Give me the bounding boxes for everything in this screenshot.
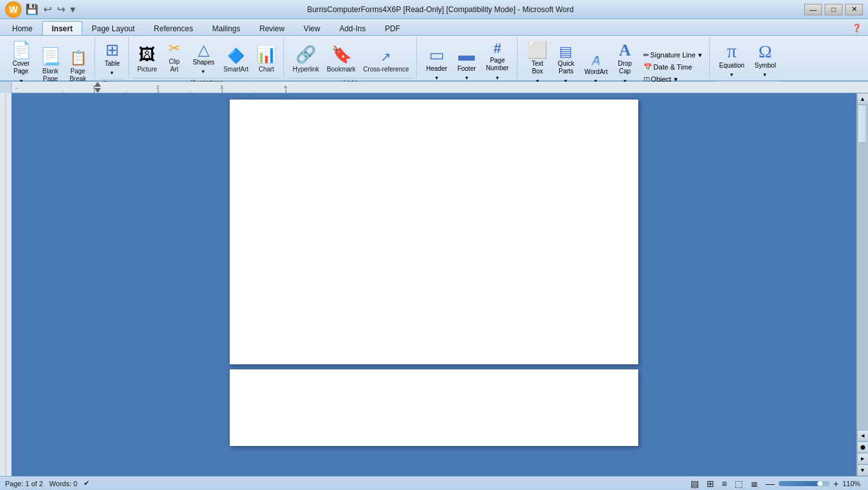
full-screen-view-button[interactable]: ⊞ (705, 478, 716, 489)
zoom-bar[interactable] (779, 481, 830, 486)
symbol-dropdown[interactable]: ▾ (759, 71, 771, 78)
shapes-dropdown[interactable]: ▾ (197, 68, 209, 75)
proofing-icon[interactable]: ✔ (84, 479, 89, 487)
smartart-icon: 🔷 (227, 48, 244, 64)
scroll-track[interactable] (857, 105, 868, 430)
ruler-area: ← 1 2 3 4 (0, 82, 868, 93)
zoom-out-button[interactable]: — (764, 478, 777, 489)
scroll-down-button[interactable]: ▼ (857, 464, 869, 476)
ribbon-group-tables: ⊞ Table ▾ Tables (96, 37, 129, 79)
ribbon-group-header-footer: ▭ Header ▾ ▬ Footer ▾ # PageNumber ▾ (418, 37, 518, 79)
redo-button[interactable]: ↪ (56, 2, 66, 17)
word-art-label: WordArt (585, 68, 608, 75)
web-layout-view-button[interactable]: ≡ (720, 478, 729, 489)
page-break-button[interactable]: 📋 PageBreak (65, 48, 91, 85)
scroll-page-next-button[interactable]: ▶ (857, 453, 869, 464)
shapes-button[interactable]: △ Shapes ▾ (188, 39, 219, 75)
page-number-dropdown[interactable]: ▾ (491, 74, 504, 82)
draft-view-button[interactable]: ≣ (749, 478, 760, 489)
hyperlink-icon: 🔗 (296, 45, 316, 64)
smartart-button[interactable]: 🔷 SmartArt (220, 38, 251, 75)
page-number-icon: # (493, 40, 501, 57)
symbol-button[interactable]: Ω Symbol ▾ (750, 40, 780, 78)
signature-line-button[interactable]: ✏ Signature Line ▾ (640, 49, 705, 61)
outline-view-button[interactable]: ⬚ (733, 478, 745, 489)
table-dropdown[interactable]: ▾ (106, 69, 118, 77)
date-time-label: Date & Time (654, 63, 692, 71)
scroll-page-prev-button[interactable]: ◀ (857, 430, 869, 442)
equation-button[interactable]: π Equation ▾ (715, 38, 749, 78)
hyperlink-button[interactable]: 🔗 Hyperlink (289, 38, 322, 75)
undo-button[interactable]: ↩ (42, 2, 53, 17)
page-indicator: Page: 1 of 2 (5, 480, 43, 487)
window-title: BurrisComputerForms4X6P [Read-Only] [Com… (77, 5, 804, 14)
vertical-scrollbar[interactable]: ▲ ◀ ⬤ ▶ ▼ (857, 93, 868, 476)
help-button[interactable]: ❓ (846, 21, 868, 35)
ribbon-group-symbols: π Equation ▾ Ω Symbol ▾ Symbols (711, 37, 784, 79)
symbol-icon: Ω (759, 41, 772, 62)
chart-icon: 📊 (256, 45, 276, 64)
quick-parts-button[interactable]: ▤ QuickParts ▾ (553, 41, 579, 85)
scroll-select-button[interactable]: ⬤ (857, 442, 869, 453)
tab-view[interactable]: View (294, 21, 330, 35)
scroll-up-button[interactable]: ▲ (857, 93, 869, 105)
signature-line-icon: ✏ (643, 51, 649, 59)
cross-reference-label: Cross-reference (363, 66, 409, 73)
equation-dropdown[interactable]: ▾ (726, 71, 738, 78)
print-layout-view-button[interactable]: ▤ (689, 478, 701, 489)
bookmark-button[interactable]: 🔖 Bookmark (324, 38, 359, 75)
zoom-thumb[interactable] (817, 480, 823, 487)
customize-quick-access-button[interactable]: ▾ (69, 2, 77, 17)
word-art-button[interactable]: A WordArt ▾ (580, 52, 613, 85)
minimize-button[interactable]: — (804, 4, 822, 15)
blank-page-label: BlankPage (42, 68, 58, 83)
text-box-button[interactable]: ⬜ TextBox ▾ (523, 38, 552, 85)
tab-add-ins[interactable]: Add-Ins (330, 21, 375, 35)
picture-button[interactable]: 🖼 Picture (134, 38, 160, 75)
tab-page-layout[interactable]: Page Layout (82, 21, 144, 35)
header-button[interactable]: ▭ Header ▾ (422, 43, 452, 82)
cross-reference-button[interactable]: ↗ Cross-reference (360, 38, 412, 75)
tab-home[interactable]: Home (3, 21, 42, 35)
close-button[interactable]: ✕ (845, 4, 863, 15)
clip-art-button[interactable]: ✂ ClipArt (161, 38, 187, 75)
blank-page-button[interactable]: 📃 BlankPage (37, 48, 64, 85)
zoom-in-button[interactable]: + (832, 478, 841, 489)
footer-dropdown[interactable]: ▾ (461, 74, 473, 82)
table-button[interactable]: ⊞ Table ▾ (100, 38, 124, 77)
scroll-thumb[interactable] (858, 105, 867, 143)
zoom-control[interactable]: — + 110% (764, 478, 863, 489)
clip-art-label: ClipArt (168, 58, 179, 73)
tab-references[interactable]: References (144, 21, 202, 35)
header-footer-buttons: ▭ Header ▾ ▬ Footer ▾ # PageNumber ▾ (422, 38, 513, 83)
drop-cap-button[interactable]: A DropCap ▾ (613, 39, 636, 85)
tab-mailings[interactable]: Mailings (202, 21, 250, 35)
hyperlink-label: Hyperlink (292, 66, 319, 73)
clip-art-icon: ✂ (168, 40, 180, 57)
word-art-icon: A (592, 54, 601, 68)
zoom-level: 110% (842, 480, 863, 487)
table-label: Table (105, 60, 120, 67)
footer-icon: ▬ (458, 45, 475, 65)
ribbon: 📄 CoverPage ▾ 📃 BlankPage 📋 PageBreak Pa… (0, 36, 868, 82)
picture-label: Picture (137, 66, 157, 73)
tab-review[interactable]: Review (250, 21, 294, 35)
tab-pdf[interactable]: PDF (375, 21, 410, 35)
page-number-button[interactable]: # PageNumber ▾ (482, 38, 514, 82)
footer-button[interactable]: ▬ Footer ▾ (453, 43, 481, 82)
date-time-button[interactable]: 📅 Date & Time (640, 61, 705, 73)
shapes-label: Shapes (193, 59, 214, 66)
ribbon-group-illustrations: 🖼 Picture ✂ ClipArt △ Shapes ▾ 🔷 SmartAr… (130, 37, 285, 79)
status-bar-right: ▤ ⊞ ≡ ⬚ ≣ — + 110% (689, 478, 863, 489)
tables-buttons: ⊞ Table ▾ (100, 38, 124, 78)
tab-insert[interactable]: Insert (42, 21, 82, 35)
office-logo[interactable]: W (5, 1, 22, 18)
header-dropdown[interactable]: ▾ (431, 74, 443, 82)
maximize-button[interactable]: □ (825, 4, 842, 15)
signature-line-dropdown-icon[interactable]: ▾ (698, 51, 702, 59)
cover-page-button[interactable]: 📄 CoverPage ▾ (6, 38, 36, 85)
save-button[interactable]: 💾 (24, 2, 40, 17)
symbol-label: Symbol (754, 62, 775, 69)
quick-access-toolbar: 💾 ↩ ↪ ▾ (24, 2, 77, 17)
chart-button[interactable]: 📊 Chart (253, 38, 280, 75)
